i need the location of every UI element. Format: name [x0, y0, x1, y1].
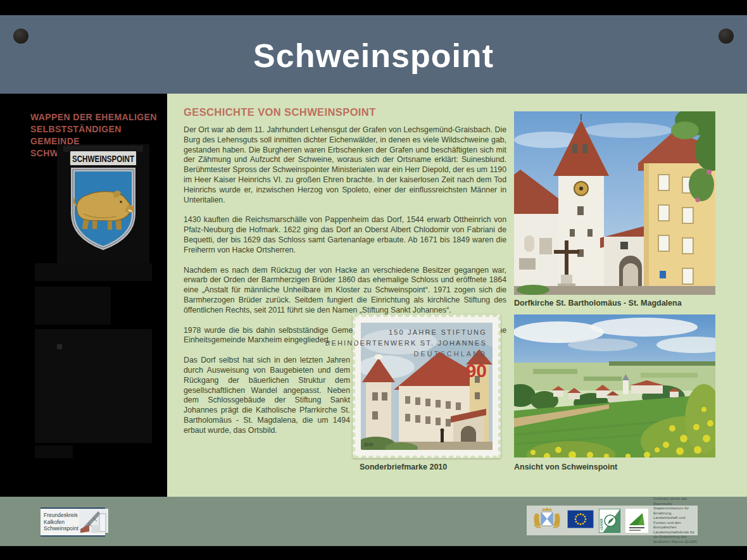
church-photo-caption: Dorfkirche St. Bartholomäus - St. Magdal…	[514, 299, 682, 308]
redacted-block	[35, 263, 152, 281]
regional-development-logo-icon	[625, 509, 648, 533]
leader-logo-icon: LEADER	[599, 509, 620, 533]
village-photo-caption: Ansicht von Schweinspoint	[514, 463, 617, 471]
stamp-perforation-bottom	[353, 453, 501, 458]
coat-of-arms-graphic: SCHWEINSPOINT	[57, 144, 149, 267]
bottom-frame-strip	[0, 546, 747, 560]
paragraph-1: Der Ort war ab dem 11. Jahrhundert Lehen…	[184, 125, 506, 205]
stamp-value: 90	[325, 361, 487, 381]
village-photo	[514, 314, 715, 457]
stamp-line2: BEHINDERTENWERK ST. JOHANNES	[325, 338, 487, 349]
header-band: Schweinspoint	[0, 15, 747, 94]
paragraph-3: Nachdem es nach dem Rückzug der von Hack…	[184, 266, 506, 316]
church-photo	[514, 111, 715, 295]
crest-caption-line1: WAPPEN DER EHEMALIGEN	[30, 111, 157, 123]
stamp-year: 2010	[364, 442, 373, 447]
club-line1: Freundeskreis	[44, 512, 79, 519]
stamp-perforation-top	[353, 314, 501, 320]
postage-stamp: 150 JAHRE STIFTUNG BEHINDERTENWERK ST. J…	[353, 314, 501, 458]
sidebar: WAPPEN DER EHEMALIGEN SELBSTSTÄNDIGEN GE…	[0, 94, 167, 497]
funding-text: Gefördert durch das Bayerische Staatsmin…	[653, 497, 698, 544]
coat-of-arms-photo: SCHWEINSPOINT	[57, 144, 149, 267]
section-heading: GESCHICHTE VON SCHWEINSPOINT	[184, 106, 506, 118]
footer-band: Freundeskreis Kalkofen Schweinspoint	[0, 497, 747, 546]
leader-label: LEADER	[600, 518, 603, 530]
redacted-mark	[57, 344, 62, 349]
club-logo-text: Freundeskreis Kalkofen Schweinspoint	[41, 509, 79, 535]
stamp-perforation-left	[353, 314, 358, 458]
screw-top-right	[719, 28, 734, 44]
redacted-block	[35, 287, 111, 325]
stamp-line1: 150 JAHRE STIFTUNG	[325, 327, 487, 338]
paragraph-2: 1430 kauften die Reichsmarschälle von Pa…	[184, 215, 506, 255]
kiln-image	[79, 509, 108, 535]
bavaria-coat-of-arms-icon	[532, 507, 562, 535]
stamp-inscription: 150 JAHRE STIFTUNG BEHINDERTENWERK ST. J…	[325, 327, 487, 381]
club-logo: Freundeskreis Kalkofen Schweinspoint	[41, 507, 105, 537]
stamp-line3: DEUTSCHLAND	[325, 349, 487, 359]
club-line3: Schweinspoint	[44, 525, 79, 532]
stamp-perforation-right	[496, 314, 501, 458]
club-line2: Kalkofen	[44, 519, 79, 526]
screw-top-left	[13, 28, 28, 44]
funding-logos: LEADER Gefördert durch das Bayerische St…	[527, 506, 698, 535]
page-title: Schweinspoint	[0, 37, 747, 75]
crest-banner-text: SCHWEINSPOINT	[72, 154, 134, 164]
information-panel: Schweinspoint WAPPEN DER EHEMALIGEN SELB…	[0, 0, 747, 560]
redacted-block	[35, 445, 73, 458]
crest-caption-line2: SELBSTSTÄNDIGEN	[30, 123, 157, 135]
redacted-block	[35, 329, 152, 443]
top-frame-strip	[0, 0, 747, 15]
eu-flag-icon	[567, 510, 594, 531]
stamp-caption: Sonderbriefmarke 2010	[360, 463, 447, 471]
